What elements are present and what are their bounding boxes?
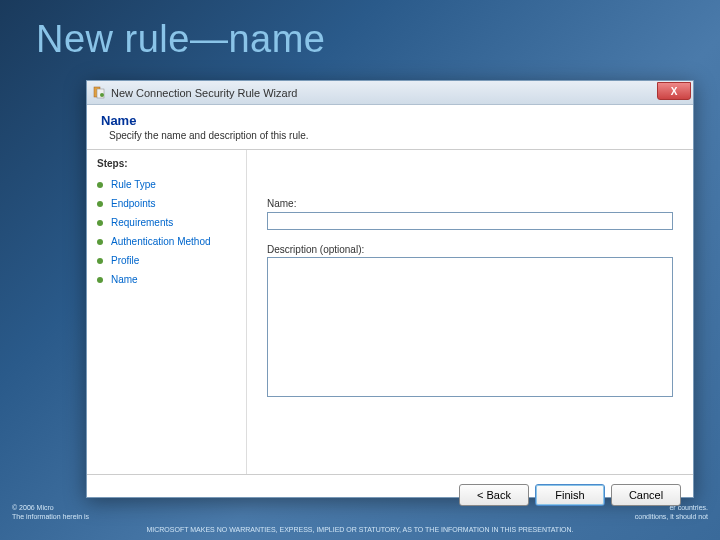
step-label: Authentication Method: [111, 236, 211, 247]
footer-right-1: er countries.: [635, 503, 708, 512]
titlebar: New Connection Security Rule Wizard X: [87, 81, 693, 105]
footer-left-2: The information herein is: [12, 512, 89, 521]
footer-disclaimer: MICROSOFT MAKES NO WARRANTIES, EXPRESS, …: [12, 525, 708, 534]
step-rule-type[interactable]: Rule Type: [97, 175, 246, 194]
app-icon: [91, 85, 107, 101]
bullet-icon: [97, 182, 103, 188]
svg-point-2: [100, 93, 104, 97]
footer-right-2: conditions, it should not: [635, 512, 708, 521]
step-name[interactable]: Name: [97, 270, 246, 289]
step-authentication-method[interactable]: Authentication Method: [97, 232, 246, 251]
slide-footer: © 2006 Micro The information herein is e…: [0, 499, 720, 540]
step-label: Name: [111, 274, 138, 285]
description-input[interactable]: [267, 257, 673, 397]
step-label: Profile: [111, 255, 139, 266]
steps-pane: Steps: Rule Type Endpoints Requirements …: [87, 150, 247, 474]
name-label: Name:: [267, 198, 673, 209]
close-icon: X: [671, 86, 678, 97]
step-requirements[interactable]: Requirements: [97, 213, 246, 232]
wizard-body: Steps: Rule Type Endpoints Requirements …: [87, 150, 693, 474]
bullet-icon: [97, 277, 103, 283]
wizard-window: New Connection Security Rule Wizard X Na…: [86, 80, 694, 498]
bullet-icon: [97, 239, 103, 245]
page-subtitle: Specify the name and description of this…: [101, 130, 679, 141]
bullet-icon: [97, 220, 103, 226]
window-title: New Connection Security Rule Wizard: [111, 87, 297, 99]
step-profile[interactable]: Profile: [97, 251, 246, 270]
bullet-icon: [97, 258, 103, 264]
wizard-header: Name Specify the name and description of…: [87, 105, 693, 150]
step-label: Rule Type: [111, 179, 156, 190]
description-label: Description (optional):: [267, 244, 673, 255]
close-button[interactable]: X: [657, 82, 691, 100]
slide-title: New rule—name: [0, 0, 720, 61]
step-label: Requirements: [111, 217, 173, 228]
form-pane: Name: Description (optional):: [247, 150, 693, 474]
step-label: Endpoints: [111, 198, 155, 209]
page-title: Name: [101, 113, 679, 128]
footer-left-1: © 2006 Micro: [12, 503, 89, 512]
steps-heading: Steps:: [97, 158, 246, 169]
step-endpoints[interactable]: Endpoints: [97, 194, 246, 213]
name-input[interactable]: [267, 212, 673, 230]
bullet-icon: [97, 201, 103, 207]
